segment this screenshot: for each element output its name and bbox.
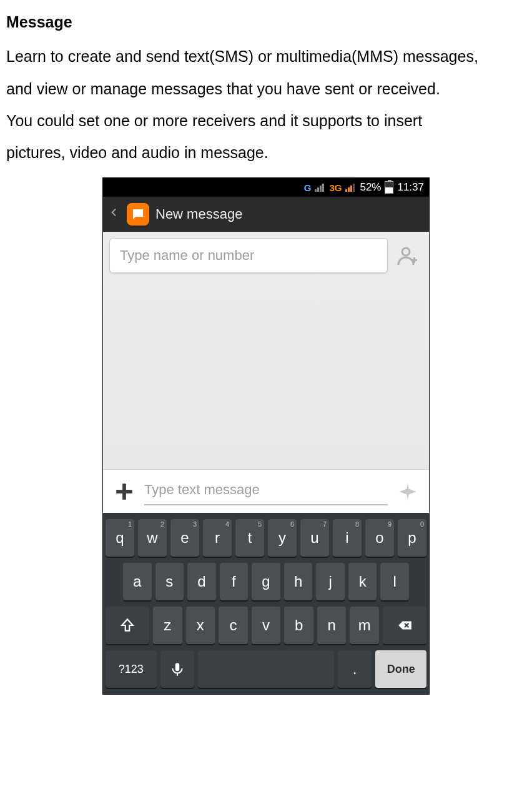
key-v[interactable]: v [252, 607, 281, 644]
keyboard-row-4: ?123 . Done [106, 650, 426, 688]
signal-bars-2-icon [345, 183, 355, 192]
send-button[interactable] [393, 477, 423, 507]
doc-paragraph-1: Learn to create and send text(SMS) or mu… [6, 41, 526, 72]
key-n[interactable]: n [317, 607, 347, 644]
phone-screenshot: G 3G 52% 11:37 New message Type name or … [102, 177, 430, 695]
key-voice-input[interactable] [160, 650, 194, 688]
key-done[interactable]: Done [375, 650, 426, 688]
key-r[interactable]: 4r [203, 519, 232, 557]
add-contact-button[interactable] [393, 241, 423, 270]
key-symbols[interactable]: ?123 [106, 650, 157, 688]
keyboard-row-1: 1q 2w 3e 4r 5t 6y 7u 8i 9o 0p [106, 519, 426, 557]
on-screen-keyboard: 1q 2w 3e 4r 5t 6y 7u 8i 9o 0p a s d f g … [103, 513, 429, 694]
key-h[interactable]: h [284, 563, 313, 600]
keyboard-row-2: a s d f g h j k l [106, 563, 426, 600]
action-bar: New message [103, 197, 429, 232]
key-b[interactable]: b [284, 607, 313, 644]
key-f[interactable]: f [220, 563, 249, 600]
key-d[interactable]: d [187, 563, 216, 600]
key-u[interactable]: 7u [300, 519, 329, 557]
key-o[interactable]: 9o [365, 519, 394, 557]
svg-rect-7 [175, 663, 180, 672]
page-title: Message [6, 6, 526, 38]
key-z[interactable]: z [153, 607, 182, 644]
doc-paragraph-4: pictures, video and audio in message. [6, 137, 526, 169]
svg-point-0 [402, 248, 410, 256]
key-s[interactable]: s [155, 563, 184, 600]
screen-title: New message [155, 206, 242, 222]
back-button[interactable] [108, 205, 121, 224]
battery-percent: 52% [360, 181, 381, 194]
status-bar: G 3G 52% 11:37 [103, 178, 429, 197]
clock: 11:37 [397, 181, 424, 194]
key-shift[interactable] [106, 607, 149, 644]
key-y[interactable]: 6y [268, 519, 297, 557]
key-k[interactable]: k [348, 563, 377, 600]
network-g-indicator: G [304, 182, 312, 193]
key-j[interactable]: j [316, 563, 345, 600]
key-m[interactable]: m [350, 607, 379, 644]
doc-paragraph-3: You could set one or more receivers and … [6, 105, 526, 137]
messaging-app-icon[interactable] [127, 203, 149, 226]
message-input[interactable]: Type text message [144, 478, 388, 505]
key-backspace[interactable] [383, 607, 426, 644]
message-input-bar: Type text message [103, 469, 429, 513]
key-l[interactable]: l [380, 563, 409, 600]
key-t[interactable]: 5t [235, 519, 264, 557]
key-c[interactable]: c [219, 607, 248, 644]
doc-paragraph-2: and view or manage messages that you hav… [6, 73, 526, 105]
key-e[interactable]: 3e [170, 519, 199, 557]
key-period[interactable]: . [338, 650, 372, 688]
keyboard-row-3: z x c v b n m [106, 607, 426, 644]
recipient-input[interactable]: Type name or number [109, 238, 388, 273]
key-p[interactable]: 0p [398, 519, 426, 557]
compose-area: Type name or number Type text message [103, 232, 429, 513]
network-3g-indicator: 3G [329, 182, 342, 193]
key-a[interactable]: a [123, 563, 152, 600]
signal-bars-1-icon [315, 183, 324, 192]
svg-rect-4 [116, 490, 132, 494]
key-x[interactable]: x [186, 607, 215, 644]
key-g[interactable]: g [252, 563, 280, 600]
battery-icon [385, 181, 393, 194]
key-q[interactable]: 1q [106, 519, 134, 557]
key-space[interactable] [198, 650, 334, 688]
key-w[interactable]: 2w [138, 519, 167, 557]
attach-button[interactable] [109, 477, 139, 507]
key-i[interactable]: 8i [333, 519, 362, 557]
